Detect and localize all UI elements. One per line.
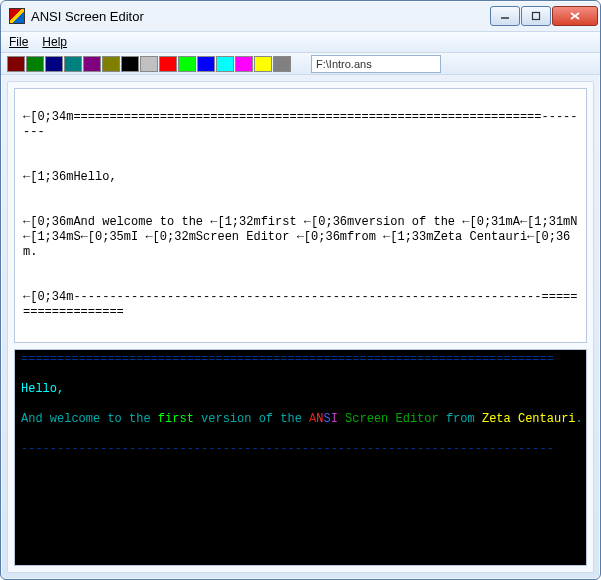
src-line: ←[0;36mAnd welcome to the ←[1;32mfirst ←…	[23, 215, 578, 259]
preview-line-2: And welcome to the first version of the …	[21, 412, 580, 427]
color-swatch-8[interactable]	[159, 56, 177, 72]
color-swatch-14[interactable]	[273, 56, 291, 72]
color-swatch-5[interactable]	[102, 56, 120, 72]
app-window: ANSI Screen Editor File Help ←[0;34m====…	[0, 0, 601, 580]
client-area: ←[0;34m=================================…	[7, 81, 594, 573]
color-swatch-3[interactable]	[64, 56, 82, 72]
menu-help[interactable]: Help	[42, 35, 67, 49]
preview-rule-bottom: ----------------------------------------…	[21, 442, 580, 457]
color-swatch-4[interactable]	[83, 56, 101, 72]
color-swatch-row	[7, 56, 291, 72]
preview-hello: Hello,	[21, 382, 64, 396]
maximize-button[interactable]	[521, 6, 551, 26]
src-line: ←[0;34m=================================…	[23, 110, 578, 139]
svg-rect-1	[533, 13, 540, 20]
color-swatch-13[interactable]	[254, 56, 272, 72]
color-toolbar	[1, 53, 600, 75]
menu-file[interactable]: File	[9, 35, 28, 49]
window-buttons	[490, 6, 598, 26]
menubar: File Help	[1, 31, 600, 53]
color-swatch-1[interactable]	[26, 56, 44, 72]
window-title: ANSI Screen Editor	[31, 9, 490, 24]
minimize-icon	[500, 11, 510, 21]
preview-panel[interactable]: ========================================…	[14, 349, 587, 566]
color-swatch-10[interactable]	[197, 56, 215, 72]
color-swatch-6[interactable]	[121, 56, 139, 72]
color-swatch-12[interactable]	[235, 56, 253, 72]
close-button[interactable]	[552, 6, 598, 26]
src-line: ←[0;34m---------------------------------…	[23, 290, 578, 319]
color-swatch-0[interactable]	[7, 56, 25, 72]
close-icon	[569, 11, 581, 21]
src-line: ←[1;36mHello,	[23, 170, 117, 184]
maximize-icon	[531, 11, 541, 21]
preview-rule-top: ========================================…	[21, 352, 580, 367]
color-swatch-9[interactable]	[178, 56, 196, 72]
color-swatch-2[interactable]	[45, 56, 63, 72]
color-swatch-7[interactable]	[140, 56, 158, 72]
minimize-button[interactable]	[490, 6, 520, 26]
titlebar[interactable]: ANSI Screen Editor	[1, 1, 600, 31]
source-panel[interactable]: ←[0;34m=================================…	[14, 88, 587, 343]
color-swatch-11[interactable]	[216, 56, 234, 72]
file-path-input[interactable]	[311, 55, 441, 73]
app-icon	[9, 8, 25, 24]
